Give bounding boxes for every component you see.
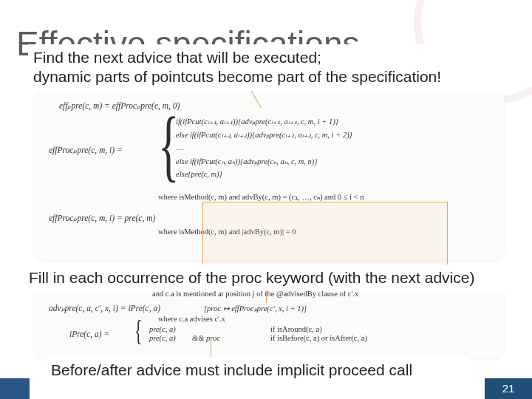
- eq-advpre-lhs: advₚpre(c, a, c', x, i) = iPre(c, a): [49, 303, 160, 313]
- pointer-line-3: [211, 342, 211, 358]
- callout-top: Find the next advice that will be execut…: [30, 46, 506, 89]
- eq-case4: else{pre(c, m)}: [176, 170, 222, 178]
- eq-case2: else if(ifPcut(cᵢ₊₂, aᵢ₊₂)){advₚpre(cᵢ₊₂…: [176, 130, 352, 139]
- eq-mention: and c.a is mentioned at position j of th…: [152, 290, 358, 298]
- eq-case1: if(ifPcut(cᵢ₊₁, aᵢ₊₁)){advₚpre(cᵢ₊₁, aᵢ₊…: [176, 117, 338, 126]
- eq-ipre-r1: pre(c, a): [149, 325, 176, 333]
- formula-panel-2: and c.a is mentioned at position j of th…: [34, 288, 504, 358]
- callout-middle: Fill in each occurrence of the proc keyw…: [25, 266, 528, 290]
- callout-top-line2: dynamic parts of pointcuts become part o…: [33, 68, 441, 85]
- eq-where1: where isMethod(c, m) and advBy(c, m) = (…: [158, 192, 364, 201]
- page-number: 21: [485, 378, 532, 399]
- eq-ipre-c2: if isBefore(c, a) or isAfter(c, a): [270, 334, 367, 342]
- footer-bar: [0, 378, 30, 399]
- eq-effproc-lhs: effProcₚpre(c, m, i) =: [49, 145, 123, 155]
- eq-case-dots: …: [176, 143, 184, 151]
- eq-ipre-lhs: iPre(c, a) =: [69, 330, 109, 338]
- callout-top-line1: Find the next advice that will be execut…: [33, 49, 321, 66]
- slide: Effective specifications Find the next a…: [0, 0, 532, 399]
- eq-ipre-r2: pre(c, a): [149, 334, 176, 342]
- eq-case3: else if(ifPcut(cₙ, aₙ)){advₚpre(cₙ, aₙ, …: [176, 157, 318, 166]
- callout-bottom: Before/after advice must include implici…: [47, 358, 468, 382]
- eq-advpre-where: where c.a advises c'.x: [158, 315, 225, 323]
- formula-panel-1: effₚpre(c, m) = effProcₚpre(c, m, 0) eff…: [34, 90, 504, 260]
- eq-advpre-sub: [proc ↦ effProcₚpre(c', x, i + 1)]: [204, 304, 307, 313]
- eq-ipre-c1: if isAround(c, a): [270, 325, 322, 333]
- eq-effproc-base: effProcₚpre(c, m, i) = pre(c, m): [49, 213, 155, 223]
- brace-small-icon: {: [134, 318, 143, 344]
- eq-ipre-andproc: && proc: [192, 334, 220, 342]
